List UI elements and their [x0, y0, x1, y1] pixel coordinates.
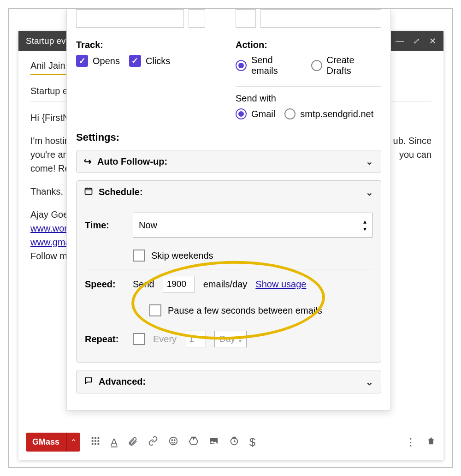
frame: Startup ev — ⤢ ✕ Anil Jain ( Startup ev … — [8, 8, 453, 468]
photo-icon[interactable] — [209, 436, 219, 449]
updown-icon: ▴▾ — [363, 218, 366, 232]
radio-icon — [311, 60, 322, 71]
minimize-icon[interactable]: — — [396, 36, 404, 46]
svg-point-10 — [171, 440, 172, 440]
gmass-caret-button[interactable]: ⌃ — [66, 433, 80, 452]
action-drafts-radio[interactable]: Create Drafts — [311, 55, 381, 76]
confidential-icon[interactable] — [229, 436, 239, 449]
dollar-icon[interactable]: $ — [249, 436, 255, 449]
input-placeholder-4[interactable] — [260, 9, 381, 28]
emoji-icon[interactable] — [168, 436, 178, 449]
chat-icon — [84, 376, 93, 387]
time-label: Time: — [85, 220, 124, 231]
text-format-icon[interactable]: A — [111, 436, 118, 448]
chevron-down-icon: ⌄ — [366, 156, 373, 167]
attach-icon[interactable] — [128, 436, 138, 449]
track-opens-checkbox[interactable]: ✓ Opens — [76, 55, 120, 67]
pause-label: Pause a few seconds between emails — [168, 305, 322, 316]
sendwith-label: Send with — [236, 93, 381, 104]
updown-icon: ▴▾ — [239, 335, 242, 343]
gmass-button-group: GMass ⌃ — [26, 433, 80, 452]
window-controls: — ⤢ ✕ — [396, 36, 436, 46]
check-icon: ✓ — [129, 55, 141, 67]
input-placeholder-1[interactable] — [76, 9, 184, 28]
speed-send-text: Send — [133, 279, 154, 290]
schedule-section: Schedule: ⌄ Time: Now ▴▾ Skip weekends — [76, 180, 381, 363]
track-clicks-checkbox[interactable]: ✓ Clicks — [129, 55, 170, 67]
svg-rect-5 — [98, 440, 100, 442]
gmass-button[interactable]: GMass — [26, 433, 66, 452]
sendwith-gmail-radio[interactable]: Gmail — [236, 108, 275, 119]
sendwith-smtp-radio[interactable]: smtp.sendgrid.net — [284, 108, 373, 119]
recipient-chip[interactable]: Anil Jain ( — [30, 60, 71, 75]
gmass-settings-panel: Track: ✓ Opens ✓ Clicks Acti — [66, 9, 391, 411]
chevron-down-icon: ⌄ — [366, 187, 373, 198]
trash-icon[interactable] — [426, 436, 436, 449]
radio-icon — [284, 108, 296, 119]
chevron-down-icon: ⌄ — [366, 376, 373, 387]
auto-followup-toggle[interactable]: ↪ Auto Follow-up: ⌄ — [77, 150, 381, 173]
speed-unit: emails/day — [203, 279, 248, 290]
svg-rect-1 — [95, 437, 96, 439]
link-icon[interactable] — [148, 436, 158, 449]
compose-toolbar: GMass ⌃ A $ — [18, 428, 443, 460]
skip-weekends-label: Skip weekends — [151, 250, 213, 261]
repeat-checkbox[interactable] — [133, 333, 145, 345]
advanced-section: Advanced: ⌄ — [76, 370, 381, 393]
repeat-unit-select[interactable]: Day ▴▾ — [214, 331, 247, 347]
skip-weekends-checkbox[interactable] — [133, 250, 145, 262]
advanced-toggle[interactable]: Advanced: ⌄ — [77, 370, 381, 393]
input-placeholder-2[interactable] — [189, 9, 205, 28]
check-icon: ✓ — [76, 55, 88, 67]
svg-rect-6 — [92, 443, 94, 445]
time-dropdown[interactable]: Now ▴▾ — [133, 213, 372, 238]
calendar-icon — [84, 186, 93, 198]
svg-rect-8 — [98, 443, 100, 445]
formatting-grid-icon[interactable] — [90, 436, 100, 449]
svg-rect-0 — [92, 437, 94, 439]
radio-icon — [236, 60, 247, 71]
show-usage-link[interactable]: Show usage — [255, 279, 306, 290]
svg-rect-14 — [233, 437, 236, 438]
svg-rect-2 — [98, 437, 100, 439]
schedule-toggle[interactable]: Schedule: ⌄ — [77, 181, 381, 203]
repeat-count-input[interactable] — [185, 331, 206, 347]
repeat-label: Repeat: — [85, 334, 124, 345]
speed-label: Speed: — [85, 279, 124, 290]
track-label: Track: — [76, 40, 205, 50]
action-label: Action: — [236, 40, 381, 50]
svg-rect-15 — [85, 188, 92, 194]
pause-checkbox[interactable] — [149, 304, 161, 316]
speed-input[interactable] — [163, 276, 195, 292]
svg-rect-4 — [95, 440, 96, 442]
radio-icon — [236, 108, 247, 119]
more-icon[interactable]: ⋮ — [406, 436, 416, 448]
expand-icon[interactable]: ⤢ — [413, 36, 420, 46]
input-placeholder-3[interactable] — [236, 9, 256, 28]
drive-icon[interactable] — [189, 436, 199, 449]
repeat-every-text: Every — [153, 334, 177, 345]
settings-heading: Settings: — [76, 131, 381, 143]
close-icon[interactable]: ✕ — [429, 36, 436, 46]
auto-followup-section: ↪ Auto Follow-up: ⌄ — [76, 150, 381, 173]
svg-rect-7 — [95, 443, 96, 445]
action-send-radio[interactable]: Send emails — [236, 55, 302, 76]
svg-point-11 — [174, 440, 175, 440]
svg-rect-3 — [92, 440, 94, 442]
svg-point-9 — [169, 437, 177, 445]
compose-title: Startup ev — [26, 36, 66, 46]
share-icon: ↪ — [84, 156, 92, 167]
